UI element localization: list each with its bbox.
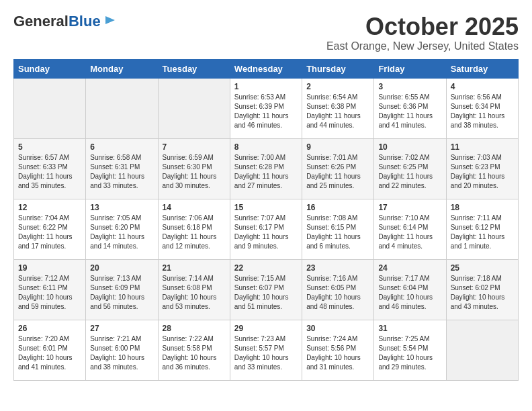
day-info: Sunrise: 7:18 AMSunset: 6:02 PMDaylight:… [451,274,514,312]
day-info: Sunrise: 7:21 AMSunset: 6:00 PMDaylight:… [90,334,153,372]
header-saturday: Saturday [446,59,518,78]
day-info: Sunrise: 6:54 AMSunset: 6:38 PMDaylight:… [306,93,369,130]
logo: GeneralBlue [13,13,116,30]
weekday-header-row: Sunday Monday Tuesday Wednesday Thursday… [14,59,519,78]
day-info: Sunrise: 7:20 AMSunset: 6:01 PMDaylight:… [18,334,81,372]
calendar-day-cell: 21Sunrise: 7:14 AMSunset: 6:08 PMDayligh… [158,259,230,320]
day-number: 14 [163,203,226,212]
day-number: 9 [306,142,369,152]
calendar-day-cell: 30Sunrise: 7:24 AMSunset: 5:56 PMDayligh… [302,320,374,380]
calendar-day-cell: 2Sunrise: 6:54 AMSunset: 6:38 PMDaylight… [302,78,374,138]
logo-icon [103,13,116,27]
calendar-month-year: October 2025 [326,13,519,40]
calendar-day-cell: 1Sunrise: 6:53 AMSunset: 6:39 PMDaylight… [230,78,302,138]
calendar-day-cell: 27Sunrise: 7:21 AMSunset: 6:00 PMDayligh… [86,320,158,380]
day-info: Sunrise: 6:56 AMSunset: 6:34 PMDaylight:… [451,93,514,130]
day-number: 3 [378,82,441,91]
header-thursday: Thursday [302,59,374,78]
calendar-week-row: 12Sunrise: 7:04 AMSunset: 6:22 PMDayligh… [14,199,519,259]
day-number: 30 [306,324,369,333]
calendar-day-cell: 26Sunrise: 7:20 AMSunset: 6:01 PMDayligh… [14,320,86,380]
day-number: 12 [18,203,81,212]
header-monday: Monday [86,59,158,78]
calendar-body: 1Sunrise: 6:53 AMSunset: 6:39 PMDaylight… [14,78,519,380]
day-number: 27 [90,324,153,333]
calendar-day-cell: 15Sunrise: 7:07 AMSunset: 6:17 PMDayligh… [230,199,302,259]
day-info: Sunrise: 7:00 AMSunset: 6:28 PMDaylight:… [234,153,298,191]
day-info: Sunrise: 7:12 AMSunset: 6:11 PMDaylight:… [18,274,81,312]
calendar-day-cell: 4Sunrise: 6:56 AMSunset: 6:34 PMDaylight… [446,78,518,138]
day-number: 18 [451,203,514,212]
day-number: 6 [90,142,153,152]
day-info: Sunrise: 7:17 AMSunset: 6:04 PMDaylight:… [378,274,441,312]
day-number: 11 [451,142,514,152]
header-tuesday: Tuesday [158,59,230,78]
header-sunday: Sunday [14,59,86,78]
day-info: Sunrise: 7:04 AMSunset: 6:22 PMDaylight:… [18,214,81,251]
calendar-day-cell: 3Sunrise: 6:55 AMSunset: 6:36 PMDaylight… [374,78,446,138]
day-number: 5 [18,142,81,152]
day-info: Sunrise: 7:06 AMSunset: 6:18 PMDaylight:… [163,214,226,251]
day-number: 2 [306,82,369,91]
day-info: Sunrise: 7:13 AMSunset: 6:09 PMDaylight:… [90,274,153,312]
calendar-day-cell: 13Sunrise: 7:05 AMSunset: 6:20 PMDayligh… [86,199,158,259]
day-number: 17 [378,203,441,212]
day-number: 16 [306,203,369,212]
calendar-day-cell: 17Sunrise: 7:10 AMSunset: 6:14 PMDayligh… [374,199,446,259]
calendar-day-cell: 14Sunrise: 7:06 AMSunset: 6:18 PMDayligh… [158,199,230,259]
day-info: Sunrise: 7:15 AMSunset: 6:07 PMDaylight:… [234,274,298,312]
calendar-week-row: 26Sunrise: 7:20 AMSunset: 6:01 PMDayligh… [14,320,519,380]
day-info: Sunrise: 7:24 AMSunset: 5:56 PMDaylight:… [306,334,369,372]
calendar-day-cell: 12Sunrise: 7:04 AMSunset: 6:22 PMDayligh… [14,199,86,259]
day-info: Sunrise: 7:11 AMSunset: 6:12 PMDaylight:… [451,214,514,251]
calendar-day-cell [158,78,230,138]
calendar-day-cell: 10Sunrise: 7:02 AMSunset: 6:25 PMDayligh… [374,138,446,199]
day-number: 8 [234,142,298,152]
calendar-day-cell: 8Sunrise: 7:00 AMSunset: 6:28 PMDaylight… [230,138,302,199]
day-info: Sunrise: 6:58 AMSunset: 6:31 PMDaylight:… [90,153,153,191]
calendar-day-cell: 31Sunrise: 7:25 AMSunset: 5:54 PMDayligh… [374,320,446,380]
calendar-day-cell: 28Sunrise: 7:22 AMSunset: 5:58 PMDayligh… [158,320,230,380]
day-number: 21 [163,263,226,273]
day-info: Sunrise: 7:02 AMSunset: 6:25 PMDaylight:… [378,153,441,191]
day-info: Sunrise: 7:25 AMSunset: 5:54 PMDaylight:… [378,334,441,372]
day-number: 29 [234,324,298,333]
day-number: 28 [163,324,226,333]
calendar-day-cell: 7Sunrise: 6:59 AMSunset: 6:30 PMDaylight… [158,138,230,199]
calendar-day-cell: 6Sunrise: 6:58 AMSunset: 6:31 PMDaylight… [86,138,158,199]
day-number: 25 [451,263,514,273]
calendar-day-cell: 18Sunrise: 7:11 AMSunset: 6:12 PMDayligh… [446,199,518,259]
calendar-week-row: 5Sunrise: 6:57 AMSunset: 6:33 PMDaylight… [14,138,519,199]
day-number: 15 [234,203,298,212]
day-info: Sunrise: 6:57 AMSunset: 6:33 PMDaylight:… [18,153,81,191]
day-number: 22 [234,263,298,273]
day-info: Sunrise: 7:23 AMSunset: 5:57 PMDaylight:… [234,334,298,372]
day-info: Sunrise: 7:22 AMSunset: 5:58 PMDaylight:… [163,334,226,372]
calendar-title-area: October 2025 East Orange, New Jersey, Un… [326,13,519,52]
day-info: Sunrise: 7:08 AMSunset: 6:15 PMDaylight:… [306,214,369,251]
day-info: Sunrise: 7:10 AMSunset: 6:14 PMDaylight:… [378,214,441,251]
day-number: 19 [18,263,81,273]
day-number: 10 [378,142,441,152]
calendar-day-cell: 20Sunrise: 7:13 AMSunset: 6:09 PMDayligh… [86,259,158,320]
calendar-table: Sunday Monday Tuesday Wednesday Thursday… [13,59,519,381]
day-number: 23 [306,263,369,273]
calendar-day-cell: 25Sunrise: 7:18 AMSunset: 6:02 PMDayligh… [446,259,518,320]
day-number: 24 [378,263,441,273]
day-number: 13 [90,203,153,212]
day-info: Sunrise: 6:59 AMSunset: 6:30 PMDaylight:… [163,153,226,191]
calendar-week-row: 1Sunrise: 6:53 AMSunset: 6:39 PMDaylight… [14,78,519,138]
day-number: 7 [163,142,226,152]
calendar-day-cell: 22Sunrise: 7:15 AMSunset: 6:07 PMDayligh… [230,259,302,320]
day-number: 31 [378,324,441,333]
day-number: 1 [234,82,298,91]
calendar-day-cell: 5Sunrise: 6:57 AMSunset: 6:33 PMDaylight… [14,138,86,199]
day-info: Sunrise: 6:55 AMSunset: 6:36 PMDaylight:… [378,93,441,130]
calendar-day-cell: 23Sunrise: 7:16 AMSunset: 6:05 PMDayligh… [302,259,374,320]
calendar-day-cell: 19Sunrise: 7:12 AMSunset: 6:11 PMDayligh… [14,259,86,320]
calendar-day-cell [86,78,158,138]
day-number: 4 [451,82,514,91]
logo-text: GeneralBlue [13,14,101,29]
day-info: Sunrise: 7:03 AMSunset: 6:23 PMDaylight:… [451,153,514,191]
day-info: Sunrise: 7:14 AMSunset: 6:08 PMDaylight:… [163,274,226,312]
